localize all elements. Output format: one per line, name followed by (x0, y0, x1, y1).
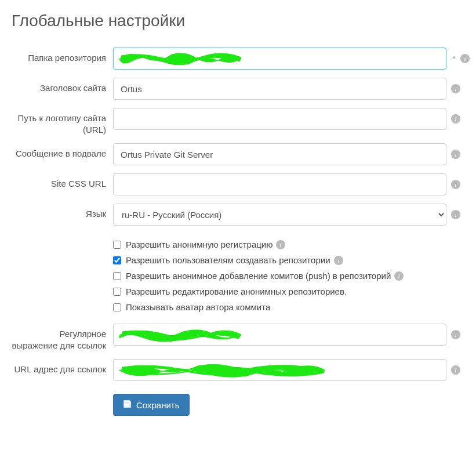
label-logo-url: Путь к логотипу сайта (URL) (12, 108, 113, 135)
save-button[interactable]: Сохранить (113, 394, 190, 416)
input-site-title[interactable] (113, 78, 446, 100)
save-row: Сохранить (113, 394, 464, 416)
info-icon[interactable]: i (394, 271, 404, 281)
checkbox-edit-anon-repos[interactable] (113, 288, 121, 296)
svg-text:i: i (464, 55, 466, 62)
checkbox-label-users-create-repos: Разрешить пользователям создавать репози… (126, 255, 330, 265)
svg-text:i: i (455, 331, 456, 338)
svg-text:i: i (280, 241, 282, 248)
label-repo-folder: Папка репозитория (12, 48, 113, 64)
info-icon[interactable]: i (451, 365, 460, 375)
checkbox-label-anon-registration: Разрешить анонимную регистрацию (126, 240, 272, 249)
info-icon[interactable]: i (451, 210, 460, 219)
svg-text:i: i (455, 151, 456, 158)
row-language: Язык ru-RU - Русский (Россия) i (12, 204, 464, 226)
input-logo-url[interactable] (113, 108, 446, 130)
svg-text:i: i (455, 85, 456, 92)
label-site-title: Заголовок сайта (12, 78, 113, 94)
checkbox-row-anon-registration: Разрешить анонимную регистрацию i (113, 240, 464, 249)
svg-text:i: i (398, 273, 400, 280)
info-icon[interactable]: i (276, 240, 285, 249)
save-icon (123, 400, 132, 410)
svg-rect-22 (125, 401, 129, 403)
checkbox-row-users-create-repos: Разрешить пользователям создавать репози… (113, 255, 464, 265)
checkbox-show-avatar[interactable] (113, 303, 121, 311)
checkbox-label-edit-anon-repos: Разрешить редактирование анонимных репоз… (126, 286, 347, 296)
row-repo-folder: Папка репозитория * i (12, 48, 464, 70)
svg-text:i: i (455, 211, 456, 218)
svg-text:i: i (455, 367, 456, 373)
checkbox-label-show-avatar: Показывать аватар автора коммита (126, 302, 270, 312)
info-icon[interactable]: i (334, 256, 343, 265)
input-footer-message[interactable] (113, 143, 446, 165)
checkbox-anon-registration[interactable] (113, 241, 121, 249)
svg-text:i: i (337, 257, 339, 264)
row-logo-url: Путь к логотипу сайта (URL) i (12, 108, 464, 135)
info-icon[interactable]: i (451, 150, 460, 159)
row-link-regex: Регулярное выражение для ссылок i (12, 324, 464, 351)
checkbox-row-edit-anon-repos: Разрешить редактирование анонимных репоз… (113, 286, 464, 296)
row-link-url: URL адрес для ссылок i (12, 359, 464, 381)
row-site-css-url: Site CSS URL i (12, 173, 464, 195)
svg-text:i: i (455, 115, 456, 122)
info-icon[interactable]: i (451, 84, 460, 93)
row-footer-message: Сообщение в подвале i (12, 143, 464, 165)
checkbox-section: Разрешить анонимную регистрацию i Разреш… (113, 240, 464, 312)
checkbox-anon-push[interactable] (113, 272, 121, 280)
svg-rect-23 (125, 404, 130, 407)
checkbox-users-create-repos[interactable] (113, 256, 121, 264)
info-icon[interactable]: i (460, 54, 470, 63)
row-site-title: Заголовок сайта i (12, 78, 464, 100)
input-link-regex[interactable] (113, 324, 446, 346)
info-icon[interactable]: i (451, 114, 460, 124)
label-footer-message: Сообщение в подвале (12, 143, 113, 159)
save-button-label: Сохранить (136, 400, 180, 410)
checkbox-row-anon-push: Разрешить анонимное добавление комитов (… (113, 271, 464, 281)
label-site-css-url: Site CSS URL (12, 173, 113, 190)
checkbox-row-show-avatar: Показывать аватар автора коммита (113, 302, 464, 312)
input-link-url[interactable] (113, 359, 446, 381)
label-link-url: URL адрес для ссылок (12, 359, 113, 375)
checkbox-label-anon-push: Разрешить анонимное добавление комитов (… (126, 271, 391, 281)
svg-text:i: i (455, 181, 456, 188)
page-title: Глобальные настройки (12, 12, 464, 30)
input-repo-folder[interactable] (113, 48, 446, 70)
select-language[interactable]: ru-RU - Русский (Россия) (113, 204, 446, 226)
label-language: Язык (12, 204, 113, 220)
required-mark: * (452, 54, 456, 64)
info-icon[interactable]: i (451, 330, 460, 339)
input-site-css-url[interactable] (113, 173, 446, 195)
info-icon[interactable]: i (451, 180, 460, 189)
label-link-regex: Регулярное выражение для ссылок (12, 324, 113, 351)
